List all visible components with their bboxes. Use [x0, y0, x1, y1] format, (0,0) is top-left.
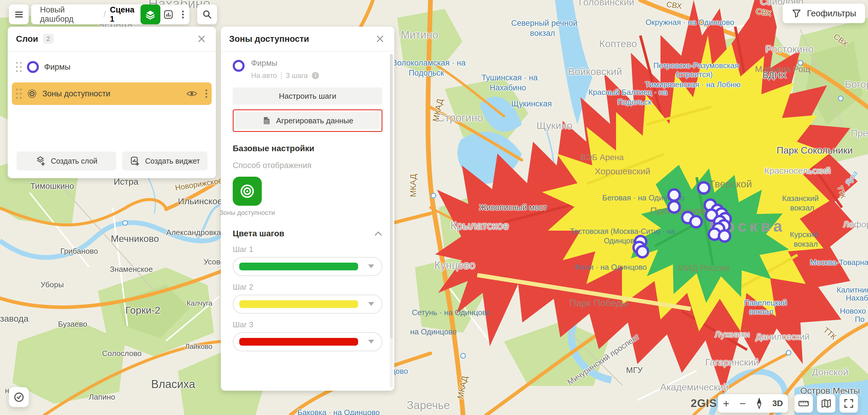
map-marker[interactable]: [718, 229, 731, 243]
filter-icon: [792, 8, 802, 19]
ruler-button[interactable]: [795, 394, 813, 413]
layers-icon: [145, 9, 156, 20]
step-1-label: Шаг 1: [233, 245, 382, 254]
geofilters-label: Геофильтры: [807, 9, 856, 19]
map-marker[interactable]: [636, 245, 649, 258]
firms-layer-icon: [233, 60, 245, 72]
drag-handle-icon[interactable]: [16, 62, 22, 72]
layers-panel-header: Слои 2: [8, 27, 216, 52]
layer-label: Зоны доступности: [42, 89, 110, 98]
zones-layer-icon: [27, 89, 37, 99]
create-widget-button[interactable]: Создать виджет: [122, 152, 208, 170]
layer-label: Фирмы: [44, 63, 70, 72]
step-3-color-select[interactable]: [233, 332, 382, 351]
configure-steps-button[interactable]: Настроить шаги: [233, 88, 382, 105]
ruler-icon: [798, 398, 809, 409]
layers-count-badge: 2: [43, 34, 54, 44]
layers-panel-close-button[interactable]: [196, 33, 208, 45]
fullscreen-button[interactable]: [840, 394, 858, 413]
zoom-bar: + − 3D: [718, 394, 788, 413]
caret-down-icon: [368, 340, 374, 344]
search-icon: [202, 9, 213, 20]
scrollbar-thumb[interactable]: [390, 54, 393, 339]
aggregate-highlight: Агрегировать данные: [233, 109, 382, 132]
search-button[interactable]: [197, 4, 217, 24]
create-layer-button[interactable]: Создать слой: [17, 152, 116, 170]
step-colors-heading: Цвета шагов: [233, 229, 382, 238]
info-icon[interactable]: i: [312, 72, 319, 79]
step-2-label: Шаг 2: [233, 283, 382, 292]
map-style-button[interactable]: [817, 394, 835, 413]
zones-panel-title: Зоны доступности: [229, 34, 309, 44]
map-marker[interactable]: [697, 181, 711, 195]
map-provider-logo: 2GIS: [691, 397, 717, 410]
zones-panel: Зоны доступности Фирмы На авто 3 шага i …: [221, 27, 394, 391]
source-layer-name: Фирмы: [251, 59, 319, 68]
layer-kebab-icon[interactable]: [205, 89, 208, 98]
close-icon: [376, 35, 384, 43]
kebab-icon: [181, 9, 184, 20]
layer-row-tools: [186, 89, 208, 98]
zones-panel-close-button[interactable]: [374, 33, 386, 45]
zoom-out-button[interactable]: −: [739, 398, 746, 409]
step-3-label: Шаг 3: [233, 320, 382, 329]
basic-settings-heading: Базовые настройки: [233, 144, 382, 153]
steps-count: 3 шага: [286, 71, 308, 80]
aggregate-data-label: Агрегировать данные: [276, 116, 353, 125]
breadcrumb-dashboard[interactable]: Новый дашборд: [40, 5, 99, 24]
breadcrumb-separator: /: [103, 10, 106, 19]
display-method-label: Способ отображения: [233, 161, 382, 170]
source-layer-row: Фирмы На авто 3 шага i: [233, 59, 382, 80]
step-2-color-select[interactable]: [233, 295, 382, 314]
add-widget-icon: [129, 156, 140, 166]
layer-row-firms[interactable]: Фирмы: [12, 56, 212, 78]
geofilters-button[interactable]: Геофильтры: [783, 4, 865, 23]
chart-icon: [163, 9, 174, 20]
zones-bullseye-icon: [239, 183, 255, 199]
caret-down-icon: [368, 264, 374, 268]
display-method-value: Зоны доступности: [218, 209, 277, 217]
mode-3d-button[interactable]: 3D: [772, 399, 783, 408]
add-layer-icon: [35, 156, 46, 166]
source-layer-params: На авто 3 шага i: [251, 71, 319, 80]
configure-steps-label: Настроить шаги: [279, 92, 337, 101]
layers-tool-button[interactable]: [141, 4, 160, 24]
step-1-color-select[interactable]: [233, 257, 382, 276]
clock-icon: [13, 391, 25, 403]
create-widget-label: Создать виджет: [145, 157, 200, 165]
create-layer-label: Создать слой: [51, 157, 97, 165]
layers-panel: Слои 2 Фирмы Зоны доступности: [8, 27, 216, 178]
more-menu-button[interactable]: [177, 4, 189, 24]
map-marker[interactable]: [667, 200, 681, 214]
zones-panel-header: Зоны доступности: [221, 27, 394, 52]
map-icon: [820, 398, 832, 409]
breadcrumb-scene[interactable]: Сцена 1: [110, 5, 141, 24]
map-marker[interactable]: [689, 215, 703, 228]
compass-icon[interactable]: [756, 398, 763, 409]
firms-layer-icon: [27, 61, 39, 73]
zoom-in-button[interactable]: +: [723, 398, 730, 409]
time-settings-button[interactable]: [9, 387, 29, 407]
layer-row-zones[interactable]: Зоны доступности: [12, 83, 212, 105]
drag-handle-icon[interactable]: [16, 89, 22, 99]
travel-mode: На авто: [251, 71, 277, 80]
collapse-chevron-icon[interactable]: [374, 231, 382, 236]
aggregate-table-icon: [262, 116, 271, 125]
menu-button[interactable]: [9, 4, 29, 24]
widgets-tool-button[interactable]: [160, 4, 177, 24]
layers-panel-title: Слои: [16, 34, 38, 44]
topbar: Новый дашборд / Сцена 1: [31, 4, 189, 24]
close-icon: [198, 35, 206, 43]
display-method-tile[interactable]: [233, 177, 262, 206]
visibility-eye-icon[interactable]: [186, 90, 197, 98]
app: { "toolbar": { "breadcrumb_dashboard": "…: [0, 0, 868, 415]
caret-down-icon: [368, 302, 374, 306]
step-1-color-bar: [239, 263, 358, 270]
hamburger-icon: [14, 9, 24, 20]
divider: [281, 72, 282, 79]
step-3-color-bar: [239, 338, 358, 346]
aggregate-data-button[interactable]: Агрегировать данные: [236, 112, 380, 129]
fullscreen-icon: [843, 398, 855, 409]
step-2-color-bar: [239, 300, 358, 308]
zones-panel-content: Фирмы На авто 3 шага i Настроить шаги: [221, 59, 394, 351]
